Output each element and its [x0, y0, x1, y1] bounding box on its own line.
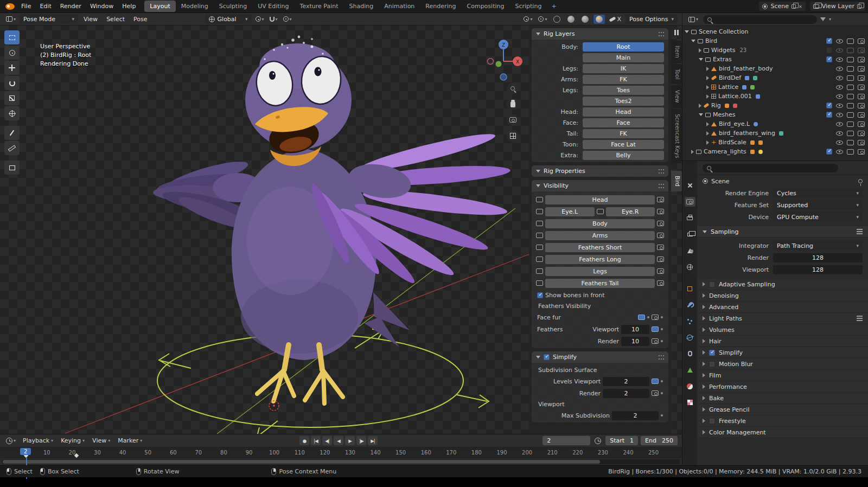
filter-icon[interactable] [820, 17, 826, 21]
rig-layer-toes2-button[interactable]: Toes2 [583, 97, 664, 106]
shading-wireframe-button[interactable] [551, 15, 563, 24]
hide-eye-icon[interactable] [836, 113, 843, 117]
exclude-checkbox[interactable] [826, 47, 832, 53]
exclude-checkbox[interactable] [826, 102, 832, 108]
hide-eye-icon[interactable] [836, 39, 843, 43]
panel-bake[interactable]: Bake [697, 393, 868, 404]
hide-eye-icon[interactable] [836, 48, 843, 53]
disable-render-icon[interactable] [858, 39, 865, 44]
screencast-pause-icon[interactable] [671, 28, 682, 37]
tab-view-layer[interactable] [685, 229, 695, 239]
feature-set-dropdown[interactable]: Supported [773, 200, 863, 210]
hide-eye-icon[interactable] [836, 140, 843, 145]
rig-layer-belly-button[interactable]: Belly [583, 151, 664, 160]
show-bones-checkbox[interactable] [537, 292, 543, 298]
workspace-tab-compositing[interactable]: Compositing [462, 1, 510, 12]
visibility-feathers-tail-button[interactable]: Feathers Tail [545, 279, 655, 288]
rig-layer-face-lat-button[interactable]: Face Lat [583, 140, 664, 149]
snapping-toggle[interactable]: ▾ [268, 17, 279, 22]
jump-to-start-button[interactable]: |◀ [311, 436, 321, 445]
viewport-toggle-icon[interactable] [536, 245, 543, 250]
tab-scene[interactable] [685, 246, 695, 255]
samples-viewport-field[interactable]: 128 [773, 265, 863, 274]
rig-layers-header[interactable]: Rig Layers [532, 28, 668, 40]
tool-cursor-button[interactable] [4, 46, 20, 60]
disable-viewport-icon[interactable] [847, 39, 854, 44]
sidebar-tab-item[interactable]: Item [671, 41, 682, 63]
feathers-render-field[interactable]: 10 [621, 337, 649, 346]
workspace-tab-sculpting[interactable]: Sculpting [214, 1, 252, 12]
viewport-toggle-icon[interactable] [536, 268, 543, 274]
disable-render-icon[interactable] [858, 149, 865, 155]
integrator-dropdown[interactable]: Path Tracing [773, 241, 863, 251]
outliner-row-lattice-001[interactable]: Lattice.001 [682, 92, 868, 101]
next-keyframe-button[interactable]: |▶ [356, 436, 366, 445]
rig-layer-arms-fk-button[interactable]: FK [583, 75, 664, 84]
sidebar-tab-screencast-keys[interactable]: Screencast Keys [671, 109, 682, 163]
workspace-tab-rendering[interactable]: Rendering [420, 1, 461, 12]
preview-range-icon[interactable] [593, 438, 603, 444]
close-scene-icon[interactable] [799, 3, 802, 10]
render-toggle-icon[interactable] [657, 245, 664, 250]
viewport-toggle-icon[interactable] [536, 280, 543, 286]
tab-tool[interactable] [685, 181, 695, 190]
disable-viewport-icon[interactable] [847, 121, 854, 127]
visibility-legs-button[interactable]: Legs [545, 267, 655, 276]
viewport-toggle-icon[interactable] [536, 197, 543, 202]
disable-viewport-icon[interactable] [847, 94, 854, 99]
shading-solid-button[interactable] [565, 15, 577, 24]
viewport-toggle-icon[interactable] [536, 221, 543, 226]
ortho-grid-icon[interactable] [507, 130, 519, 142]
menu-edit[interactable]: Edit [35, 1, 55, 11]
visibility-feathers-long-button[interactable]: Feathers Long [545, 255, 655, 264]
sidebar-tab-view[interactable]: View [671, 85, 682, 108]
viewport-toggle-icon[interactable] [536, 257, 543, 262]
menu-render[interactable]: Render [56, 1, 86, 11]
rig-layer-legs-ik-button[interactable]: IK [583, 64, 664, 73]
disable-viewport-icon[interactable] [847, 48, 854, 53]
simplify-header[interactable]: Simplify [532, 351, 668, 363]
outliner-search-input[interactable] [703, 15, 817, 24]
panel-hair[interactable]: Hair [697, 336, 868, 347]
tab-physics[interactable] [685, 332, 695, 342]
sidebar-tab-bird[interactable]: Bird [671, 171, 682, 191]
tab-object-data[interactable] [685, 365, 695, 375]
device-dropdown[interactable]: GPU Compute [773, 212, 863, 222]
tab-output[interactable] [685, 213, 695, 223]
keying-menu[interactable]: Keying [59, 436, 87, 445]
panel-denoising[interactable]: Denoising [697, 290, 868, 302]
exclude-checkbox[interactable] [826, 112, 832, 118]
proportional-editing-toggle[interactable]: ▾ [282, 16, 293, 22]
tab-world[interactable] [685, 262, 695, 272]
outliner-row-lattice[interactable]: Lattice [682, 82, 868, 92]
simplify-checkbox[interactable] [709, 350, 715, 356]
panel-performance[interactable]: Performance [697, 381, 868, 393]
render-toggle-icon[interactable] [657, 233, 664, 238]
disable-viewport-icon[interactable] [847, 103, 854, 108]
pin-icon[interactable] [858, 179, 863, 183]
new-view-layer-icon[interactable] [857, 4, 861, 9]
camera-view-icon[interactable] [507, 114, 519, 126]
pan-hand-icon[interactable] [507, 98, 519, 110]
hide-eye-icon[interactable] [836, 94, 843, 99]
panel-freestyle[interactable]: Freestyle [697, 415, 868, 427]
current-frame-field[interactable]: 2 [542, 436, 590, 445]
feathers-render-toggle[interactable] [652, 338, 659, 344]
workspace-tab-animation[interactable]: Animation [379, 1, 420, 12]
disable-render-icon[interactable] [858, 140, 865, 145]
viewport-toggle-icon[interactable] [536, 209, 543, 214]
hide-eye-icon[interactable] [836, 131, 843, 136]
simplify-render-toggle[interactable] [652, 390, 659, 396]
tab-particles[interactable] [685, 316, 695, 326]
visibility-feathers-short-button[interactable]: Feathers Short [545, 243, 655, 252]
hide-eye-icon[interactable] [836, 57, 843, 62]
freestyle-checkbox[interactable] [709, 418, 715, 424]
disable-viewport-icon[interactable] [847, 131, 854, 136]
tool-annotate-button[interactable] [4, 126, 20, 140]
exclude-checkbox[interactable] [826, 149, 832, 155]
viewport-3d[interactable]: ▾ Pose Mode View Select Pose Global ▾ ▾ … [0, 13, 682, 434]
exclude-checkbox[interactable] [826, 38, 832, 44]
disable-render-icon[interactable] [858, 103, 865, 108]
pose-options-dropdown[interactable]: Pose Options [626, 14, 678, 24]
tab-material[interactable] [685, 381, 695, 391]
